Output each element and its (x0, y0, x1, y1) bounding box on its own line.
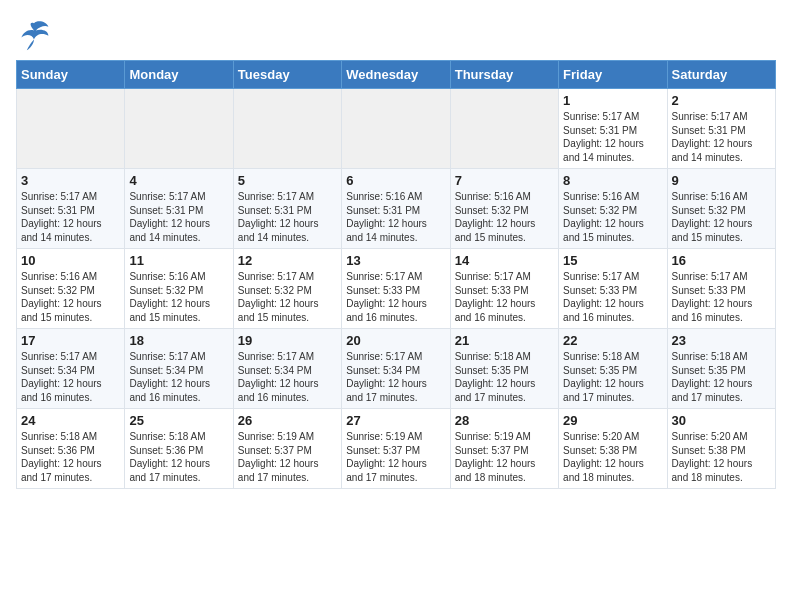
calendar-week-row: 1Sunrise: 5:17 AMSunset: 5:31 PMDaylight… (17, 89, 776, 169)
calendar-cell: 8Sunrise: 5:16 AMSunset: 5:32 PMDaylight… (559, 169, 667, 249)
day-number: 29 (563, 413, 662, 428)
day-number: 3 (21, 173, 120, 188)
logo-bird-icon (16, 16, 52, 52)
day-number: 26 (238, 413, 337, 428)
calendar-cell (233, 89, 341, 169)
day-info: Sunrise: 5:17 AMSunset: 5:33 PMDaylight:… (672, 270, 771, 324)
day-info: Sunrise: 5:19 AMSunset: 5:37 PMDaylight:… (346, 430, 445, 484)
day-info: Sunrise: 5:18 AMSunset: 5:35 PMDaylight:… (672, 350, 771, 404)
calendar-cell: 2Sunrise: 5:17 AMSunset: 5:31 PMDaylight… (667, 89, 775, 169)
calendar-cell (342, 89, 450, 169)
weekday-header-friday: Friday (559, 61, 667, 89)
day-number: 16 (672, 253, 771, 268)
day-info: Sunrise: 5:17 AMSunset: 5:33 PMDaylight:… (455, 270, 554, 324)
day-number: 30 (672, 413, 771, 428)
day-info: Sunrise: 5:17 AMSunset: 5:31 PMDaylight:… (129, 190, 228, 244)
day-number: 23 (672, 333, 771, 348)
calendar-cell: 7Sunrise: 5:16 AMSunset: 5:32 PMDaylight… (450, 169, 558, 249)
calendar-cell (125, 89, 233, 169)
calendar-cell: 12Sunrise: 5:17 AMSunset: 5:32 PMDayligh… (233, 249, 341, 329)
day-number: 14 (455, 253, 554, 268)
day-info: Sunrise: 5:19 AMSunset: 5:37 PMDaylight:… (238, 430, 337, 484)
day-info: Sunrise: 5:17 AMSunset: 5:33 PMDaylight:… (346, 270, 445, 324)
day-info: Sunrise: 5:17 AMSunset: 5:34 PMDaylight:… (346, 350, 445, 404)
day-info: Sunrise: 5:19 AMSunset: 5:37 PMDaylight:… (455, 430, 554, 484)
calendar-cell: 28Sunrise: 5:19 AMSunset: 5:37 PMDayligh… (450, 409, 558, 489)
day-info: Sunrise: 5:18 AMSunset: 5:36 PMDaylight:… (129, 430, 228, 484)
calendar-cell: 6Sunrise: 5:16 AMSunset: 5:31 PMDaylight… (342, 169, 450, 249)
calendar-cell: 14Sunrise: 5:17 AMSunset: 5:33 PMDayligh… (450, 249, 558, 329)
header (16, 16, 776, 52)
weekday-header-wednesday: Wednesday (342, 61, 450, 89)
day-info: Sunrise: 5:17 AMSunset: 5:34 PMDaylight:… (21, 350, 120, 404)
day-number: 28 (455, 413, 554, 428)
day-number: 9 (672, 173, 771, 188)
day-info: Sunrise: 5:16 AMSunset: 5:32 PMDaylight:… (563, 190, 662, 244)
day-number: 10 (21, 253, 120, 268)
calendar-cell: 21Sunrise: 5:18 AMSunset: 5:35 PMDayligh… (450, 329, 558, 409)
weekday-header-monday: Monday (125, 61, 233, 89)
calendar-cell: 1Sunrise: 5:17 AMSunset: 5:31 PMDaylight… (559, 89, 667, 169)
calendar-cell: 15Sunrise: 5:17 AMSunset: 5:33 PMDayligh… (559, 249, 667, 329)
day-info: Sunrise: 5:17 AMSunset: 5:32 PMDaylight:… (238, 270, 337, 324)
weekday-header-saturday: Saturday (667, 61, 775, 89)
calendar-cell: 13Sunrise: 5:17 AMSunset: 5:33 PMDayligh… (342, 249, 450, 329)
day-number: 5 (238, 173, 337, 188)
day-number: 11 (129, 253, 228, 268)
day-info: Sunrise: 5:18 AMSunset: 5:36 PMDaylight:… (21, 430, 120, 484)
calendar-cell (450, 89, 558, 169)
day-number: 19 (238, 333, 337, 348)
calendar-cell: 9Sunrise: 5:16 AMSunset: 5:32 PMDaylight… (667, 169, 775, 249)
day-info: Sunrise: 5:17 AMSunset: 5:34 PMDaylight:… (129, 350, 228, 404)
calendar-cell: 20Sunrise: 5:17 AMSunset: 5:34 PMDayligh… (342, 329, 450, 409)
day-number: 17 (21, 333, 120, 348)
day-number: 22 (563, 333, 662, 348)
weekday-header-row: SundayMondayTuesdayWednesdayThursdayFrid… (17, 61, 776, 89)
day-info: Sunrise: 5:16 AMSunset: 5:32 PMDaylight:… (129, 270, 228, 324)
calendar-cell: 23Sunrise: 5:18 AMSunset: 5:35 PMDayligh… (667, 329, 775, 409)
day-info: Sunrise: 5:16 AMSunset: 5:31 PMDaylight:… (346, 190, 445, 244)
day-info: Sunrise: 5:17 AMSunset: 5:31 PMDaylight:… (238, 190, 337, 244)
day-info: Sunrise: 5:17 AMSunset: 5:31 PMDaylight:… (563, 110, 662, 164)
calendar-cell: 27Sunrise: 5:19 AMSunset: 5:37 PMDayligh… (342, 409, 450, 489)
calendar-cell: 5Sunrise: 5:17 AMSunset: 5:31 PMDaylight… (233, 169, 341, 249)
weekday-header-sunday: Sunday (17, 61, 125, 89)
day-info: Sunrise: 5:20 AMSunset: 5:38 PMDaylight:… (563, 430, 662, 484)
calendar-cell: 16Sunrise: 5:17 AMSunset: 5:33 PMDayligh… (667, 249, 775, 329)
day-info: Sunrise: 5:16 AMSunset: 5:32 PMDaylight:… (21, 270, 120, 324)
day-number: 13 (346, 253, 445, 268)
day-info: Sunrise: 5:18 AMSunset: 5:35 PMDaylight:… (563, 350, 662, 404)
day-number: 4 (129, 173, 228, 188)
day-number: 24 (21, 413, 120, 428)
calendar-week-row: 24Sunrise: 5:18 AMSunset: 5:36 PMDayligh… (17, 409, 776, 489)
logo (16, 16, 58, 52)
day-number: 21 (455, 333, 554, 348)
calendar-cell: 11Sunrise: 5:16 AMSunset: 5:32 PMDayligh… (125, 249, 233, 329)
day-number: 8 (563, 173, 662, 188)
day-number: 25 (129, 413, 228, 428)
calendar-cell: 25Sunrise: 5:18 AMSunset: 5:36 PMDayligh… (125, 409, 233, 489)
calendar-cell: 26Sunrise: 5:19 AMSunset: 5:37 PMDayligh… (233, 409, 341, 489)
day-number: 7 (455, 173, 554, 188)
day-number: 20 (346, 333, 445, 348)
day-info: Sunrise: 5:17 AMSunset: 5:31 PMDaylight:… (672, 110, 771, 164)
day-number: 27 (346, 413, 445, 428)
weekday-header-thursday: Thursday (450, 61, 558, 89)
day-info: Sunrise: 5:17 AMSunset: 5:33 PMDaylight:… (563, 270, 662, 324)
day-number: 15 (563, 253, 662, 268)
calendar-table: SundayMondayTuesdayWednesdayThursdayFrid… (16, 60, 776, 489)
calendar-cell: 29Sunrise: 5:20 AMSunset: 5:38 PMDayligh… (559, 409, 667, 489)
calendar-cell: 30Sunrise: 5:20 AMSunset: 5:38 PMDayligh… (667, 409, 775, 489)
calendar-week-row: 3Sunrise: 5:17 AMSunset: 5:31 PMDaylight… (17, 169, 776, 249)
day-info: Sunrise: 5:16 AMSunset: 5:32 PMDaylight:… (455, 190, 554, 244)
calendar-week-row: 17Sunrise: 5:17 AMSunset: 5:34 PMDayligh… (17, 329, 776, 409)
weekday-header-tuesday: Tuesday (233, 61, 341, 89)
day-number: 2 (672, 93, 771, 108)
day-number: 18 (129, 333, 228, 348)
calendar-cell: 17Sunrise: 5:17 AMSunset: 5:34 PMDayligh… (17, 329, 125, 409)
calendar-cell (17, 89, 125, 169)
calendar-cell: 22Sunrise: 5:18 AMSunset: 5:35 PMDayligh… (559, 329, 667, 409)
day-info: Sunrise: 5:20 AMSunset: 5:38 PMDaylight:… (672, 430, 771, 484)
calendar-cell: 24Sunrise: 5:18 AMSunset: 5:36 PMDayligh… (17, 409, 125, 489)
calendar-cell: 3Sunrise: 5:17 AMSunset: 5:31 PMDaylight… (17, 169, 125, 249)
